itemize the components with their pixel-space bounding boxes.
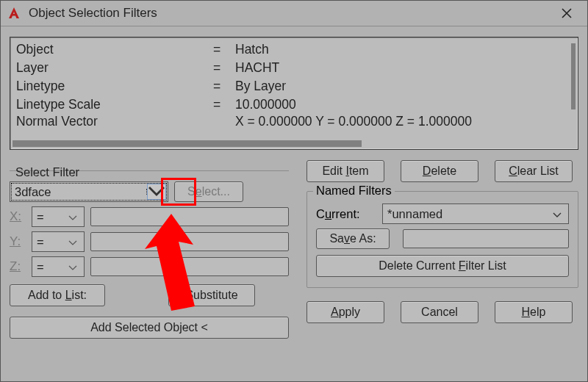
chevron-down-icon (66, 210, 79, 224)
z-label: Z: (10, 259, 26, 274)
chevron-down-icon[interactable] (147, 184, 166, 200)
save-as-button[interactable]: Save As: (316, 228, 390, 249)
title-bar: Object Selection Filters (1, 1, 587, 26)
add-to-list-button[interactable]: Add to List: (10, 284, 105, 306)
x-value-input[interactable] (90, 207, 289, 226)
edit-item-button[interactable]: Edit Item (306, 160, 384, 182)
named-filters-label: Named Filters (313, 184, 395, 198)
y-value-input[interactable] (90, 232, 289, 251)
y-operator-combo[interactable]: = (32, 231, 85, 252)
cancel-button[interactable]: Cancel (401, 301, 478, 323)
chevron-down-icon (66, 235, 79, 249)
dialog-window: Object Selection Filters Object = Hatch … (0, 0, 588, 382)
select-filter-label: Select Filter (14, 165, 81, 179)
chevron-down-icon (551, 207, 564, 221)
list-row[interactable]: Linetype = By Layer (16, 77, 570, 96)
chevron-down-icon (66, 260, 79, 274)
add-selected-object-button[interactable]: Add Selected Object < (10, 317, 289, 339)
x-operator-combo[interactable]: = (32, 206, 85, 227)
current-label: Current: (316, 207, 372, 221)
list-row[interactable]: Object = Hatch (16, 40, 570, 59)
dialog-title: Object Selection Filters (29, 6, 157, 21)
x-label: X: (10, 209, 26, 224)
filter-type-combo[interactable]: 3dface (10, 181, 168, 202)
z-value-input[interactable] (90, 257, 289, 276)
y-label: Y: (10, 234, 26, 249)
delete-current-filter-button[interactable]: Delete Current Filter List (316, 255, 569, 277)
clear-list-button[interactable]: Clear List (495, 160, 573, 182)
vertical-scrollbar[interactable] (571, 43, 576, 109)
close-button[interactable] (552, 2, 581, 24)
list-row[interactable]: Layer = HACHT (16, 59, 570, 77)
named-filters-group: Named Filters Current: *unnamed Save As:… (306, 191, 578, 288)
substitute-button[interactable]: Substitute (168, 284, 255, 306)
list-row[interactable]: Normal Vector X = 0.000000 Y = 0.000000 … (16, 114, 570, 129)
select-filter-group: Select Filter 3dface Select... X: (10, 170, 289, 339)
select-button[interactable]: Select... (174, 181, 243, 202)
filter-type-value: 3dface (15, 185, 51, 199)
filter-list[interactable]: Object = Hatch Layer = HACHT Linetype = … (10, 37, 578, 150)
apply-button[interactable]: Apply (306, 301, 384, 323)
help-button[interactable]: Help (495, 301, 573, 323)
current-filter-combo[interactable]: *unnamed (382, 203, 569, 224)
autocad-logo-icon (7, 6, 21, 21)
z-operator-combo[interactable]: = (32, 256, 85, 277)
list-row[interactable]: Linetype Scale = 10.000000 (16, 96, 570, 114)
delete-button[interactable]: Delete (401, 160, 478, 182)
save-as-input[interactable] (403, 229, 569, 248)
horizontal-scrollbar[interactable] (12, 140, 576, 147)
